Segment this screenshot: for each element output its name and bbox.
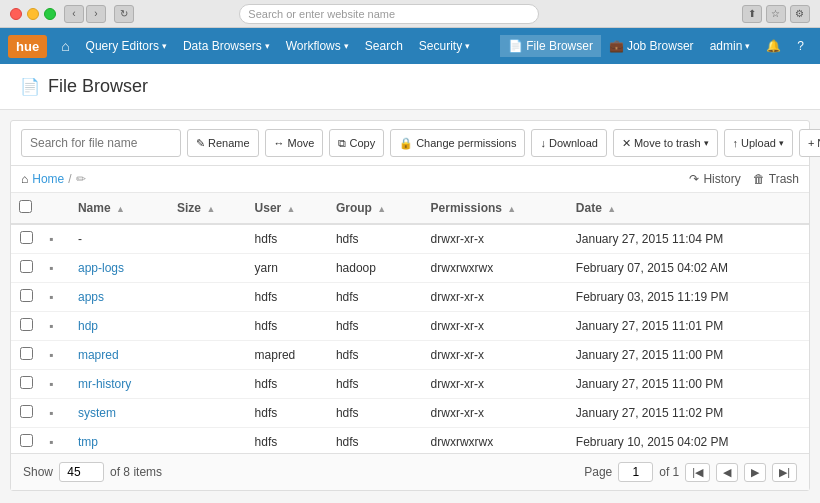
- col-date-label: Date: [576, 201, 602, 215]
- nav-notifications[interactable]: 🔔: [758, 35, 789, 57]
- file-name-link[interactable]: system: [78, 406, 116, 420]
- rename-button[interactable]: ✎ Rename: [187, 129, 259, 157]
- col-name[interactable]: Name ▲: [70, 193, 169, 224]
- permissions-label: Change permissions: [416, 137, 516, 149]
- row-checkbox[interactable]: [20, 289, 33, 302]
- row-checkbox-cell[interactable]: [11, 428, 41, 454]
- edit-path-icon[interactable]: ✏: [76, 172, 86, 186]
- file-name-link[interactable]: mapred: [78, 348, 119, 362]
- row-type-cell: ▪: [41, 399, 70, 428]
- col-permissions-label: Permissions: [431, 201, 502, 215]
- page-input[interactable]: [618, 462, 653, 482]
- row-checkbox[interactable]: [20, 405, 33, 418]
- bookmark-button[interactable]: ☆: [766, 5, 786, 23]
- file-name-link[interactable]: app-logs: [78, 261, 124, 275]
- row-group-cell: hdfs: [328, 283, 423, 312]
- home-button[interactable]: ⌂: [53, 34, 77, 58]
- row-checkbox[interactable]: [20, 434, 33, 447]
- folder-icon: ▪: [49, 406, 53, 420]
- top-nav: hue ⌂ Query Editors ▾ Data Browsers ▾ Wo…: [0, 28, 820, 64]
- move-to-trash-button[interactable]: ✕ Move to trash ▾: [613, 129, 718, 157]
- row-checkbox-cell[interactable]: [11, 399, 41, 428]
- file-name-link[interactable]: tmp: [78, 435, 98, 449]
- back-button[interactable]: ‹: [64, 5, 84, 23]
- col-user-label: User: [255, 201, 282, 215]
- nav-help[interactable]: ?: [789, 35, 812, 57]
- history-button[interactable]: ↷ History: [689, 172, 740, 186]
- trash-button[interactable]: 🗑 Trash: [753, 172, 799, 186]
- table-row: ▪ app-logs yarn hadoop drwxrwxrwx Februa…: [11, 254, 809, 283]
- new-button[interactable]: + Ne...: [799, 129, 820, 157]
- row-checkbox-cell[interactable]: [11, 283, 41, 312]
- row-group-cell: hdfs: [328, 370, 423, 399]
- next-page-button[interactable]: ▶: [744, 463, 766, 482]
- first-page-button[interactable]: |◀: [685, 463, 710, 482]
- row-name-cell: hdp: [70, 312, 169, 341]
- row-checkbox-cell[interactable]: [11, 312, 41, 341]
- settings-button[interactable]: ⚙: [790, 5, 810, 23]
- row-checkbox-cell[interactable]: [11, 254, 41, 283]
- checkbox-all[interactable]: [19, 200, 32, 213]
- nav-item-workflows[interactable]: Workflows ▾: [278, 35, 357, 57]
- traffic-lights: [10, 8, 56, 20]
- col-group[interactable]: Group ▲: [328, 193, 423, 224]
- nav-item-security[interactable]: Security ▾: [411, 35, 478, 57]
- row-size-cell: [169, 312, 247, 341]
- sort-icon: ▲: [607, 204, 616, 214]
- nav-label: Workflows: [286, 39, 341, 53]
- address-bar[interactable]: Search or enter website name: [239, 4, 539, 24]
- nav-admin[interactable]: admin ▾: [702, 35, 759, 57]
- nav-file-browser[interactable]: 📄 File Browser: [500, 35, 601, 57]
- row-checkbox[interactable]: [20, 376, 33, 389]
- upload-button[interactable]: ↑ Upload ▾: [724, 129, 793, 157]
- close-button[interactable]: [10, 8, 22, 20]
- row-name-cell: app-logs: [70, 254, 169, 283]
- nav-item-search[interactable]: Search: [357, 35, 411, 57]
- nav-label: Search: [365, 39, 403, 53]
- prev-page-button[interactable]: ◀: [716, 463, 738, 482]
- move-button[interactable]: ↔ Move: [265, 129, 324, 157]
- row-checkbox-cell[interactable]: [11, 341, 41, 370]
- minimize-button[interactable]: [27, 8, 39, 20]
- row-size-cell: [169, 254, 247, 283]
- select-all-checkbox[interactable]: [11, 193, 41, 224]
- row-checkbox[interactable]: [20, 347, 33, 360]
- page-title: File Browser: [48, 76, 148, 97]
- nav-item-query-editors[interactable]: Query Editors ▾: [78, 35, 175, 57]
- sort-icon: ▲: [507, 204, 516, 214]
- col-permissions[interactable]: Permissions ▲: [423, 193, 568, 224]
- refresh-button[interactable]: ↻: [114, 5, 134, 23]
- breadcrumb-home[interactable]: Home: [32, 172, 64, 186]
- nav-item-data-browsers[interactable]: Data Browsers ▾: [175, 35, 278, 57]
- row-checkbox[interactable]: [20, 260, 33, 273]
- row-checkbox[interactable]: [20, 231, 33, 244]
- search-input[interactable]: [21, 129, 181, 157]
- col-type[interactable]: [41, 193, 70, 224]
- last-page-button[interactable]: ▶|: [772, 463, 797, 482]
- col-date[interactable]: Date ▲: [568, 193, 809, 224]
- folder-icon: ▪: [49, 290, 53, 304]
- row-checkbox[interactable]: [20, 318, 33, 331]
- col-size[interactable]: Size ▲: [169, 193, 247, 224]
- home-icon: ⌂: [21, 172, 28, 186]
- table-row: ▪ - hdfs hdfs drwxr-xr-x January 27, 201…: [11, 224, 809, 254]
- hue-logo[interactable]: hue: [8, 35, 47, 58]
- nav-job-browser[interactable]: 💼 Job Browser: [601, 35, 702, 57]
- row-group-cell: hadoop: [328, 254, 423, 283]
- file-name-link[interactable]: hdp: [78, 319, 98, 333]
- row-checkbox-cell[interactable]: [11, 370, 41, 399]
- row-user-cell: hdfs: [247, 370, 328, 399]
- col-user[interactable]: User ▲: [247, 193, 328, 224]
- file-name-link[interactable]: apps: [78, 290, 104, 304]
- share-button[interactable]: ⬆: [742, 5, 762, 23]
- copy-button[interactable]: ⧉ Copy: [329, 129, 384, 157]
- row-name-cell: mr-history: [70, 370, 169, 399]
- show-count-input[interactable]: [59, 462, 104, 482]
- row-checkbox-cell[interactable]: [11, 224, 41, 254]
- download-button[interactable]: ↓ Download: [531, 129, 606, 157]
- file-name-link[interactable]: mr-history: [78, 377, 131, 391]
- change-permissions-button[interactable]: 🔒 Change permissions: [390, 129, 525, 157]
- rename-icon: ✎: [196, 137, 205, 150]
- forward-button[interactable]: ›: [86, 5, 106, 23]
- maximize-button[interactable]: [44, 8, 56, 20]
